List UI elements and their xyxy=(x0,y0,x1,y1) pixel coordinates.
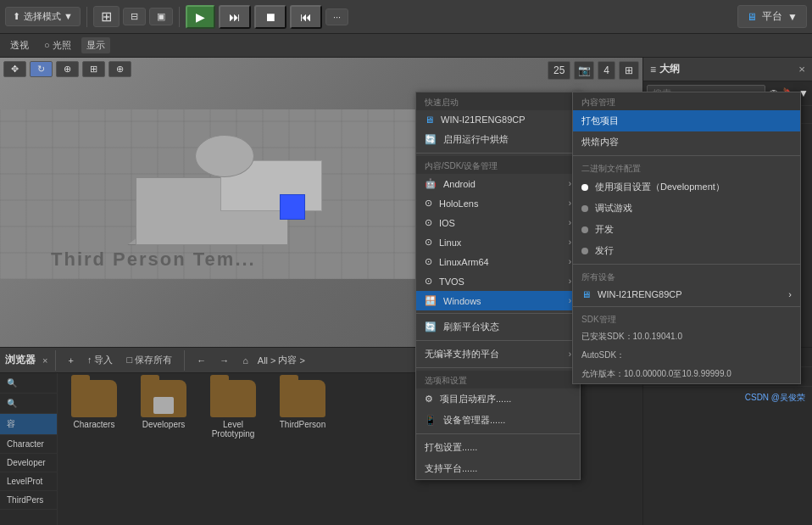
select-mode-btn[interactable]: ⬆ 选择模式 ▼ xyxy=(5,7,81,26)
folder-icon-levelprot xyxy=(210,380,256,417)
ws-debug-game[interactable]: 调试游戏 xyxy=(573,198,800,219)
folder-icon-thirdperson xyxy=(280,380,325,417)
stop-btn[interactable]: ⏹ xyxy=(254,5,286,29)
windows-submenu: 内容管理 打包项目 烘焙内容 二进制文件配置 使用项目设置（Developmen… xyxy=(572,92,801,384)
viewport-icon: ▣ xyxy=(157,11,165,22)
startup-label: 项目启动程序...... xyxy=(440,393,511,405)
bl-item-character[interactable]: Character xyxy=(0,435,57,454)
folder-icon-characters xyxy=(71,380,117,417)
dd-windows[interactable]: 🪟 Windows › xyxy=(416,291,580,310)
hololens-icon: ⊙ xyxy=(425,198,432,209)
camera-count: 4 xyxy=(598,61,615,80)
platform-dropdown: 快速启动 🖥 WIN-I21RENG89CP 🔄 启用运行中烘焙 内容/SDK/… xyxy=(415,92,581,480)
refresh-icon: 🔄 xyxy=(425,321,437,332)
device-label: 设备管理器...... xyxy=(443,414,505,427)
browser-import-btn[interactable]: ↑ 导入 xyxy=(83,352,118,368)
folder-developers[interactable]: Developers xyxy=(134,380,193,438)
platform-btn[interactable]: 🖥 平台 ▼ xyxy=(737,5,807,28)
bl-search-icon2: 🔍 xyxy=(0,394,57,414)
add-btn[interactable]: ⊞ xyxy=(93,6,120,27)
browser-add-btn[interactable]: + xyxy=(64,354,77,367)
bl-item-content[interactable]: 容 xyxy=(0,414,57,435)
linuxarm-icon: ⊙ xyxy=(425,256,432,267)
ws-package-item[interactable]: 打包项目 xyxy=(573,110,800,131)
linux-icon: ⊙ xyxy=(425,237,432,248)
ws-release[interactable]: 发行 xyxy=(573,240,800,261)
release-label: 发行 xyxy=(595,244,614,257)
dd-project-startup[interactable]: ⚙ 项目启动程序...... xyxy=(416,388,580,410)
android-icon: 🤖 xyxy=(425,178,437,189)
browser-forward-btn[interactable]: → xyxy=(215,354,233,367)
layout-btn[interactable]: ⊟ xyxy=(123,8,146,25)
bl-search-icon: 🔍 xyxy=(0,373,57,394)
more-btn[interactable]: ··· xyxy=(325,8,348,25)
folder-thirdperson[interactable]: ThirdPerson xyxy=(273,380,332,438)
bl-item-thirdpers[interactable]: ThirdPers xyxy=(0,491,57,510)
dd-ios[interactable]: ⊙ IOS › xyxy=(416,213,580,232)
dd-sep2 xyxy=(416,313,580,314)
dd-quick-item1[interactable]: 🖥 WIN-I21RENG89CP xyxy=(416,110,580,129)
path-sep2: > xyxy=(299,355,304,366)
ws-sep1 xyxy=(573,155,800,156)
bl-item-levelprot[interactable]: LevelProt xyxy=(0,472,57,491)
display-btn[interactable]: 显示 xyxy=(81,37,110,53)
pause-btn[interactable]: ⏭ xyxy=(219,5,251,29)
dd-unsupported[interactable]: 无编译支持的平台 › xyxy=(416,343,580,365)
grid-toggle-btn[interactable]: ⊞ xyxy=(619,61,639,80)
ws-project-settings[interactable]: 使用项目设置（Development） xyxy=(573,176,800,198)
path-sep1: > xyxy=(270,355,275,366)
tvos-arrow: › xyxy=(569,276,571,286)
package-label: 打包项目 xyxy=(581,114,619,127)
sep-1 xyxy=(86,7,87,27)
move-tool-btn[interactable]: ✥ xyxy=(3,61,26,77)
path-content[interactable]: 内容 xyxy=(278,354,297,366)
perspective-btn[interactable]: 透视 xyxy=(5,37,34,53)
browser-close-btn[interactable]: × xyxy=(42,355,47,366)
ws-bake-item[interactable]: 烘焙内容 xyxy=(573,131,800,153)
skip-btn[interactable]: ⏮ xyxy=(290,5,322,29)
play-btn[interactable]: ▶ xyxy=(186,5,215,29)
dd-packaging-settings[interactable]: 打包设置...... xyxy=(416,437,580,458)
sep-3 xyxy=(55,350,56,371)
layout-icon: ⊟ xyxy=(131,11,138,22)
platform-label: 平台 xyxy=(762,9,782,24)
add-icon: ⊞ xyxy=(101,8,112,25)
ios-icon: ⊙ xyxy=(425,217,432,228)
browser-left-sidebar: 🔍 🔍 容 Character Developer LevelProt Thir… xyxy=(0,373,58,525)
options-title: 选项和设置 xyxy=(416,371,580,388)
android-arrow: › xyxy=(569,179,571,188)
bl-item-developer[interactable]: Developer xyxy=(0,454,57,472)
outline-close-btn[interactable]: × xyxy=(798,63,805,75)
csdn-label: CSDN @吴俊荣 xyxy=(643,387,812,409)
ws-develop[interactable]: 开发 xyxy=(573,219,800,240)
browser-home-btn[interactable]: ⌂ xyxy=(238,354,253,367)
ws-sdk-installed: 已安装SDK：10.0.19041.0 xyxy=(573,327,800,346)
browser-save-btn[interactable]: □ 保存所有 xyxy=(122,352,176,368)
folder-levelprot[interactable]: Level Prototyping xyxy=(203,380,263,438)
dd-supported-platforms[interactable]: 支持平台...... xyxy=(416,458,580,479)
dd-hololens[interactable]: ⊙ HoloLens › xyxy=(416,193,580,213)
ws-device-item[interactable]: 🖥 WIN-I21RENG89CP › xyxy=(573,285,800,304)
dd-linux[interactable]: ⊙ Linux › xyxy=(416,232,580,252)
ws-content-title: 内容管理 xyxy=(573,92,800,110)
quick-start-title: 快速启动 xyxy=(416,92,580,110)
viewport-btn[interactable]: ▣ xyxy=(149,8,173,25)
world-tool-btn[interactable]: ⊕ xyxy=(108,61,131,77)
dd-refresh[interactable]: 🔄 刷新平台状态 xyxy=(416,316,580,338)
scale-tool-btn[interactable]: ⊕ xyxy=(56,61,79,77)
dd-linuxarm64[interactable]: ⊙ LinuxArm64 › xyxy=(416,252,580,271)
device-item-label: WIN-I21RENG89CP xyxy=(598,289,682,299)
folder-characters[interactable]: Characters xyxy=(64,380,124,438)
dd-android[interactable]: 🤖 Android › xyxy=(416,174,580,193)
lighting-btn[interactable]: ○ 光照 xyxy=(39,37,76,53)
startup-icon: ⚙ xyxy=(425,394,433,405)
transform-tool-btn[interactable]: ⊞ xyxy=(82,61,105,77)
dd-device-manager[interactable]: 📱 设备管理器...... xyxy=(416,410,580,431)
path-all[interactable]: All xyxy=(258,355,268,366)
dd-tvos[interactable]: ⊙ TVOS › xyxy=(416,271,580,291)
linux-arrow: › xyxy=(569,237,571,247)
browser-back-btn[interactable]: ← xyxy=(192,354,210,367)
rotate-tool-btn[interactable]: ↻ xyxy=(30,61,53,77)
camera-btn[interactable]: 📷 xyxy=(574,61,594,80)
dd-quick-item2[interactable]: 🔄 启用运行中烘焙 xyxy=(416,129,580,150)
